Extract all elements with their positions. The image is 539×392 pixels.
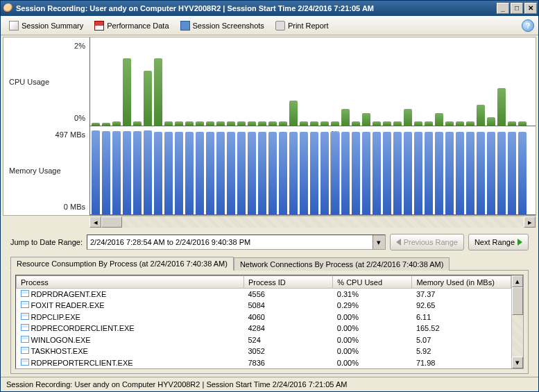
mem-bar[interactable] (445, 132, 454, 214)
mem-bar[interactable] (196, 132, 204, 214)
table-row[interactable]: FOXIT READER.EXE50840.29%92.65 (17, 300, 511, 312)
mem-bar[interactable] (497, 132, 506, 214)
table-row[interactable]: WINLOGON.EXE5240.00%5.07 (17, 334, 511, 346)
mem-bar[interactable] (300, 132, 308, 214)
mem-bars[interactable] (89, 126, 536, 215)
cpu-bar[interactable] (341, 109, 350, 126)
mem-bar[interactable] (373, 132, 381, 214)
cpu-bar[interactable] (310, 121, 318, 126)
mem-bar[interactable] (331, 132, 339, 214)
cpu-bar[interactable] (279, 121, 287, 126)
next-range-button[interactable]: Next Range (468, 234, 529, 250)
mem-bar[interactable] (279, 132, 287, 214)
mem-bar[interactable] (456, 132, 464, 214)
mem-bar[interactable] (518, 132, 527, 214)
cpu-bar[interactable] (497, 88, 506, 126)
col-memory-used[interactable]: Memory Used (in MBs) (412, 276, 511, 289)
mem-bar[interactable] (102, 131, 110, 215)
table-row[interactable]: RDPCLIP.EXE40600.00%6.11 (17, 312, 511, 323)
cpu-bar[interactable] (227, 121, 235, 126)
cpu-bar[interactable] (362, 113, 370, 126)
scroll-track[interactable] (101, 216, 524, 228)
cpu-bar[interactable] (268, 121, 277, 126)
col-process[interactable]: Process (17, 276, 244, 289)
date-range-combo[interactable]: 2/24/2016 7:28:54 AM to 2/24/2016 9:40:3… (87, 235, 386, 250)
mem-bar[interactable] (112, 131, 121, 215)
mem-bar[interactable] (477, 132, 485, 214)
mem-bar[interactable] (92, 130, 100, 214)
cpu-bar[interactable] (435, 113, 443, 126)
col-cpu-used[interactable]: % CPU Used (333, 276, 412, 289)
mem-bar[interactable] (341, 132, 350, 214)
scroll-down-button[interactable]: ▾ (512, 357, 523, 368)
table-row[interactable]: RDPRECORDERCLIENT.EXE42840.00%165.52 (17, 323, 511, 334)
cpu-bar[interactable] (414, 121, 422, 126)
mem-bar[interactable] (123, 131, 131, 215)
table-row[interactable]: TASKHOST.EXE30520.00%5.92 (17, 346, 511, 357)
mem-bar[interactable] (414, 132, 422, 214)
minimize-button[interactable]: _ (497, 3, 509, 14)
cpu-bar[interactable] (425, 121, 433, 126)
mem-bar[interactable] (289, 132, 298, 214)
maximize-button[interactable]: □ (511, 3, 523, 14)
col-process-id[interactable]: Process ID (243, 276, 332, 289)
mem-bar[interactable] (133, 131, 142, 215)
session-screenshots-button[interactable]: Session Screenshots (176, 19, 268, 33)
mem-bar[interactable] (425, 132, 433, 214)
cpu-bar[interactable] (508, 121, 516, 126)
mem-bar[interactable] (185, 132, 194, 214)
cpu-bar[interactable] (237, 121, 246, 126)
mem-bar[interactable] (154, 132, 162, 214)
cpu-bar[interactable] (133, 121, 142, 126)
cpu-bar[interactable] (466, 121, 474, 126)
scroll-thumb[interactable] (101, 216, 122, 228)
table-row[interactable]: RDPREPORTERCLIENT.EXE78360.00%71.98 (17, 357, 511, 369)
chart-hscrollbar[interactable]: ◂ ▸ (89, 216, 536, 228)
cpu-bar[interactable] (164, 121, 173, 126)
cpu-bar[interactable] (144, 71, 152, 126)
mem-bar[interactable] (216, 132, 225, 214)
scroll-right-button[interactable]: ▸ (524, 216, 536, 228)
cpu-bar[interactable] (289, 101, 298, 126)
table-vscrollbar[interactable]: ▴ ▾ (511, 275, 523, 368)
cpu-bar[interactable] (393, 121, 402, 126)
cpu-bar[interactable] (487, 117, 495, 126)
mem-bar[interactable] (435, 132, 443, 214)
tab-network-connections[interactable]: Network Connections By Process (at 2/24/… (234, 257, 450, 271)
mem-bar[interactable] (404, 132, 412, 214)
mem-bar[interactable] (175, 132, 183, 214)
session-summary-button[interactable]: Session Summary (5, 19, 87, 33)
mem-bar[interactable] (310, 132, 318, 214)
cpu-bar[interactable] (404, 109, 412, 126)
cpu-bar[interactable] (92, 123, 100, 126)
mem-bar[interactable] (352, 132, 360, 214)
mem-bar[interactable] (466, 132, 474, 214)
mem-bar[interactable] (258, 132, 266, 214)
performance-data-button[interactable]: Performance Data (90, 19, 173, 33)
print-report-button[interactable]: Print Report (271, 19, 333, 33)
cpu-bar[interactable] (248, 121, 256, 126)
cpu-bar[interactable] (102, 123, 110, 126)
cpu-bar[interactable] (196, 121, 204, 126)
scroll-up-button[interactable]: ▴ (512, 275, 523, 287)
mem-bar[interactable] (227, 132, 235, 214)
table-row[interactable]: RDPRDRAGENT.EXE45560.31%37.37 (17, 289, 511, 300)
chevron-down-icon[interactable]: ▾ (373, 235, 385, 249)
cpu-bar[interactable] (206, 121, 214, 126)
tab-resource-consumption[interactable]: Resource Consumption By Process (at 2/24… (10, 257, 234, 271)
close-button[interactable]: ✕ (524, 3, 537, 14)
cpu-bar[interactable] (185, 121, 194, 126)
cpu-bar[interactable] (352, 121, 360, 126)
mem-bar[interactable] (383, 132, 391, 214)
mem-bar[interactable] (487, 132, 495, 214)
cpu-bar[interactable] (373, 121, 381, 126)
mem-bar[interactable] (248, 132, 256, 214)
help-button[interactable]: ? (522, 19, 534, 32)
cpu-bar[interactable] (123, 58, 131, 126)
cpu-bar[interactable] (445, 121, 454, 126)
mem-bar[interactable] (237, 132, 246, 214)
cpu-bar[interactable] (216, 121, 225, 126)
scroll-left-button[interactable]: ◂ (89, 216, 101, 228)
cpu-bar[interactable] (258, 121, 266, 126)
mem-bar[interactable] (144, 130, 152, 214)
